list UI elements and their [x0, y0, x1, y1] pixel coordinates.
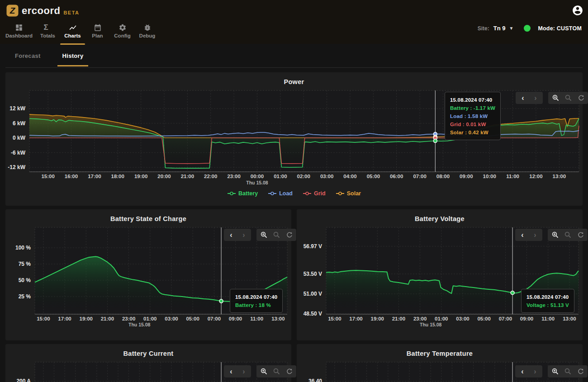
zoom-in-button[interactable] [260, 231, 267, 239]
svg-text:6 kW: 6 kW [13, 120, 26, 127]
legend-item-solar[interactable]: Solar [336, 190, 361, 197]
divider [5, 67, 583, 68]
pan-right-button[interactable]: › [531, 368, 539, 375]
svg-text:51.00 V: 51.00 V [303, 291, 322, 297]
app-window: Z ercoord BETA Dashboard Σ Totals Charts [0, 0, 588, 382]
svg-text:12 kW: 12 kW [9, 105, 25, 112]
svg-text:08:00: 08:00 [436, 174, 450, 179]
nav-item-label: Totals [40, 33, 55, 38]
svg-text:11:00: 11:00 [250, 316, 263, 321]
battery-temperature-chart-panel: Battery Temperature 36.40 ‹ › [297, 344, 583, 382]
zoom-out-button[interactable] [273, 368, 280, 375]
chart-legend: Battery Load Grid Solar [5, 190, 583, 197]
tooltip-row: 15.08.2024 07:40 [450, 96, 495, 104]
nav-item-config[interactable]: Config [110, 21, 135, 44]
tooltip-row: 15.08.2024 07:40 [526, 293, 569, 301]
svg-text:02:00: 02:00 [297, 174, 310, 179]
chart-toolbar: ‹ › [515, 229, 588, 241]
svg-text:17:00: 17:00 [58, 316, 71, 321]
zoom-in-button[interactable] [551, 368, 559, 375]
nav-item-label: Config [114, 33, 130, 38]
power-chart-panel: Power 15:0016:0017:0018:0019:0020:0021:0… [5, 72, 583, 206]
zoom-out-button[interactable] [273, 231, 280, 239]
pan-left-button[interactable]: ‹ [228, 231, 235, 239]
reset-zoom-button[interactable] [285, 368, 293, 375]
tooltip-row: 15.08.2024 07:40 [235, 293, 277, 301]
battery-voltage-chart-panel: Battery Voltage 15:0017:0019:0021:0023:0… [297, 209, 583, 340]
svg-text:23:00: 23:00 [122, 316, 135, 321]
svg-text:12:00: 12:00 [529, 174, 542, 179]
tab-forecast[interactable]: Forecast [10, 45, 46, 66]
reset-zoom-button[interactable] [285, 231, 293, 239]
pan-right-button[interactable]: › [531, 231, 539, 239]
nav-item-totals[interactable]: Σ Totals [35, 21, 60, 44]
battery-current-chart-panel: Battery Current 200 A ‹ › [5, 344, 291, 382]
main-nav: Dashboard Σ Totals Charts Plan Config [3, 21, 160, 44]
reset-zoom-button[interactable] [577, 94, 584, 102]
chart-tooltip: 15.08.2024 07:40Battery : 18 % [230, 289, 283, 313]
zoom-in-button[interactable] [551, 231, 559, 239]
pan-right-button[interactable]: › [240, 368, 247, 375]
zoom-in-button[interactable] [552, 94, 559, 102]
svg-text:25 %: 25 % [19, 293, 31, 300]
site-selector[interactable]: Tn 9 [493, 25, 506, 32]
legend-label: Battery [238, 190, 258, 197]
pan-right-button[interactable]: › [240, 231, 247, 239]
pan-left-button[interactable]: ‹ [228, 368, 235, 375]
svg-text:19:00: 19:00 [80, 316, 93, 321]
svg-text:56.97 V: 56.97 V [303, 243, 322, 250]
svg-text:03:00: 03:00 [456, 316, 469, 321]
nav-item-plan[interactable]: Plan [85, 21, 110, 44]
svg-text:01:00: 01:00 [143, 316, 156, 321]
legend-item-battery[interactable]: Battery [227, 190, 258, 197]
account-circle-icon[interactable] [572, 5, 583, 16]
zoom-out-button[interactable] [564, 94, 572, 102]
svg-text:13:00: 13:00 [553, 174, 566, 179]
zoom-out-button[interactable] [564, 231, 571, 239]
sigma-icon: Σ [44, 24, 52, 32]
nav-item-label: Charts [64, 33, 81, 38]
nav-item-label: Dashboard [5, 33, 33, 38]
svg-text:Thu 15.08: Thu 15.08 [420, 322, 442, 327]
svg-text:Thu 15.08: Thu 15.08 [246, 180, 268, 185]
legend-item-load[interactable]: Load [268, 190, 293, 197]
svg-text:15:00: 15:00 [41, 174, 54, 179]
legend-label: Grid [314, 190, 326, 197]
pan-left-button[interactable]: ‹ [519, 94, 526, 102]
svg-text:36.40: 36.40 [308, 378, 322, 382]
legend-item-grid[interactable]: Grid [303, 190, 326, 197]
svg-text:13:00: 13:00 [271, 316, 285, 321]
zoom-out-button[interactable] [564, 368, 571, 375]
svg-text:-6 kW: -6 kW [11, 150, 26, 156]
nav-item-charts[interactable]: Charts [60, 21, 85, 44]
svg-text:15:00: 15:00 [37, 316, 50, 321]
status-dot [524, 25, 531, 32]
svg-text:21:00: 21:00 [392, 316, 405, 321]
zoom-in-button[interactable] [260, 368, 267, 375]
svg-text:05:00: 05:00 [477, 316, 490, 321]
nav-item-label: Plan [92, 33, 103, 38]
app-header: Z ercoord BETA Dashboard Σ Totals Charts [0, 0, 588, 44]
svg-text:01:00: 01:00 [274, 174, 287, 179]
tab-history[interactable]: History [57, 45, 89, 66]
pan-left-button[interactable]: ‹ [519, 368, 526, 375]
chart-toolbar: ‹ › [515, 365, 588, 377]
reset-zoom-button[interactable] [577, 368, 584, 375]
svg-text:16:00: 16:00 [65, 174, 78, 179]
pan-left-button[interactable]: ‹ [519, 231, 526, 239]
battery-soc-chart-panel: Battery State of Charge 15:0017:0019:002… [5, 209, 291, 340]
chart-toolbar: ‹ › [224, 365, 296, 377]
nav-item-dashboard[interactable]: Dashboard [3, 21, 35, 44]
mode-label: Mode: CUSTOM [538, 25, 582, 32]
svg-text:50 %: 50 % [19, 277, 31, 283]
nav-item-debug[interactable]: Debug [135, 21, 160, 44]
svg-text:11:00: 11:00 [506, 174, 519, 179]
pan-right-button[interactable]: › [532, 94, 539, 102]
svg-text:11:00: 11:00 [541, 316, 555, 321]
reset-zoom-button[interactable] [577, 231, 584, 239]
svg-text:04:00: 04:00 [343, 174, 356, 179]
svg-text:06:00: 06:00 [390, 174, 403, 179]
svg-text:20:00: 20:00 [157, 174, 171, 179]
chevron-down-icon[interactable]: ▼ [509, 26, 513, 31]
chart-tooltip: 15.08.2024 07:40Battery : -1.17 kWLoad :… [445, 92, 501, 140]
